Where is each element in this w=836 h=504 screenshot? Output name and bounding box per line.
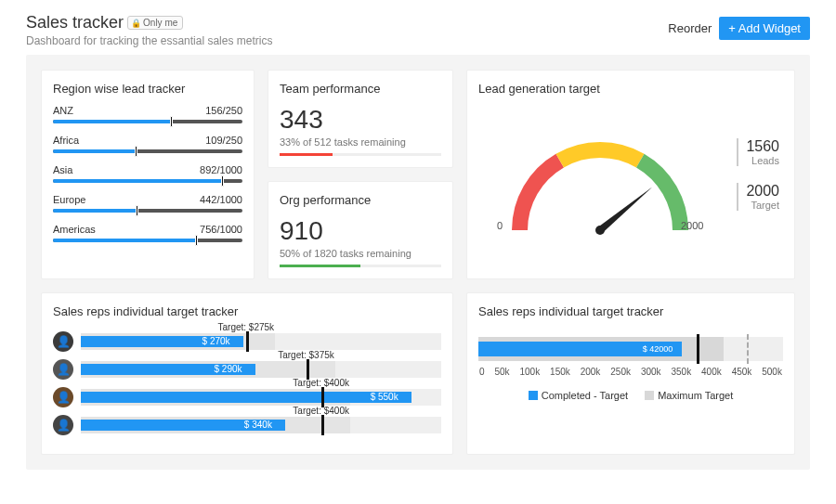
org-perf-value: 910 [280,216,441,246]
rep-track: $ 270k [81,333,441,350]
region-label-row: Asia892/1000 [53,164,242,175]
region-slider-fill [53,120,171,123]
page-subtitle: Dashboard for tracking the essantial sal… [26,34,272,47]
performance-column: Team performance 343 33% of 512 tasks re… [268,70,453,279]
reorder-button[interactable]: Reorder [668,21,712,35]
region-slider-handle[interactable] [135,146,137,157]
legend-completed-swatch [529,391,538,400]
rep-track: $ 290k [81,361,441,378]
aggregate-track: $ 42000 [478,337,783,361]
gauge-leads: 1560 Leads [737,138,779,166]
rep-target-tick [246,331,249,352]
gauge-legend: 1560 Leads 2000 Target [737,138,783,211]
axis-tick: 50k [494,367,509,377]
region-slider-handle[interactable] [136,205,138,216]
rep-fill [81,392,411,403]
rep-row: 👤Target: $375k$ 290k [53,359,441,380]
team-perf-title: Team performance [280,82,441,96]
aggregate-max-tick [747,334,749,364]
person-icon: 👤 [57,335,71,348]
region-rows: ANZ156/250Africa109/250Asia892/1000Europ… [53,105,242,242]
title-row: Sales tracker 🔒 Only me [26,13,272,32]
gauge-leads-lab: Leads [746,155,779,166]
region-slider[interactable] [53,209,242,213]
gauge-max: 2000 [681,220,703,231]
axis-tick: 150k [550,367,570,377]
region-slider-fill [53,239,196,242]
region-slider[interactable] [53,120,242,123]
region-value: 156/250 [205,105,242,116]
gauge-target: 2000 Target [737,183,779,211]
axis-tick: 350k [671,367,691,377]
region-slider[interactable] [53,149,242,153]
aggregate-target-tick [697,334,699,364]
team-perf-sub: 33% of 512 tasks remaining [280,136,441,148]
region-slider-fill [53,209,137,213]
region-slider-handle[interactable] [221,175,224,187]
privacy-badge[interactable]: 🔒 Only me [127,16,183,30]
team-perf-bar [280,153,441,156]
rep-target-tick [321,415,324,435]
rep-bar-wrap: Target: $275k$ 270k [81,333,441,350]
region-value: 109/250 [205,135,242,146]
gauge-card: Lead generation target 0 2000 1560 Leads [466,70,795,279]
row-1: Region wise lead tracker ANZ156/250Afric… [41,70,795,279]
aggregate-value-label: $ 42000 [643,344,673,354]
region-name: Asia [53,164,72,175]
legend-max: Maximum Target [645,390,733,401]
reps-card: Sales reps individual target tracker 👤Ta… [41,292,453,455]
axis-tick: 400k [701,367,722,377]
org-perf-title: Org performance [280,193,441,207]
org-perf-sub: 50% of 1820 tasks remaining [280,248,441,259]
aggregate-title: Sales reps individual target tracker [478,304,783,318]
region-label-row: ANZ156/250 [53,105,242,116]
region-slider[interactable] [53,179,242,183]
rep-bar-wrap: Target: $400k$ 340k [81,417,441,433]
region-slider-fill [53,149,136,153]
rep-row: 👤Target: $275k$ 270k [53,331,441,352]
reps-title: Sales reps individual target tracker [53,304,441,318]
region-row: Americas756/1000 [53,224,242,242]
rep-avatar: 👤 [53,331,73,352]
axis-tick: 0 [479,367,485,377]
rep-row: 👤Target: $400k$ 340k [53,415,441,435]
region-slider-handle[interactable] [170,116,173,127]
rep-track: $ 550k [81,389,441,406]
rep-avatar: 👤 [53,415,73,435]
rep-target-tick [321,387,324,407]
person-icon: 👤 [57,419,71,432]
axis-tick: 100k [520,367,541,377]
axis-tick: 300k [641,367,661,377]
rep-value-label: $ 290k [215,364,242,375]
region-tracker-card: Region wise lead tracker ANZ156/250Afric… [41,70,255,279]
lock-icon: 🔒 [131,19,141,28]
axis-tick: 200k [581,367,601,377]
org-perf-bar-fill [280,265,360,267]
rep-avatar: 👤 [53,359,73,380]
rep-target-tick [307,359,309,380]
region-row: Europe442/1000 [53,194,242,213]
axis-tick: 250k [610,367,631,377]
axis-tick: 450k [732,367,752,377]
legend-max-label: Maximum Target [658,390,733,401]
region-slider[interactable] [53,239,242,242]
gauge-min: 0 [497,220,503,231]
region-row: ANZ156/250 [53,105,242,123]
rep-row: 👤Target: $400k$ 550k [53,387,441,407]
region-value: 892/1000 [200,164,242,175]
region-slider-fill [53,179,222,183]
region-name: Africa [53,135,79,146]
gauge-target-lab: Target [746,200,779,211]
axis-tick: 500k [762,367,782,377]
region-slider-handle[interactable] [195,235,198,246]
page-title: Sales tracker [26,13,124,32]
add-widget-button[interactable]: + Add Widget [719,17,810,40]
legend-completed: Completed - Target [529,390,628,401]
legend-max-swatch [645,391,654,400]
aggregate-bar-wrap: $ 42000 050k100k150k200k250k300k350k400k… [478,337,783,377]
org-perf-bar [280,265,441,267]
rep-bar-wrap: Target: $400k$ 550k [81,389,441,406]
region-name: ANZ [53,105,73,116]
region-value: 756/1000 [200,224,242,235]
aggregate-axis: 050k100k150k200k250k300k350k400k450k500k [478,367,783,377]
